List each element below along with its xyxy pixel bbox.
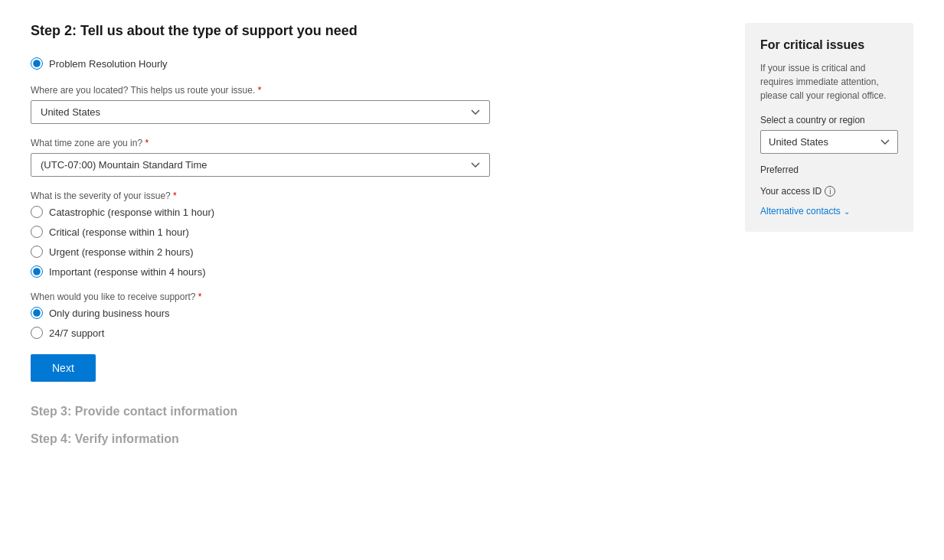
severity-important-radio[interactable] xyxy=(31,265,43,278)
severity-critical-radio[interactable] xyxy=(31,226,43,238)
sidebar-country-label: Select a country or region xyxy=(760,115,898,125)
severity-required-mark: * xyxy=(173,190,177,201)
sidebar-country-dropdown[interactable]: United States Canada United Kingdom xyxy=(760,130,898,154)
severity-urgent-radio[interactable] xyxy=(31,246,43,258)
severity-label: What is the severity of your issue? * xyxy=(31,190,567,201)
location-label: Where are you located? This helps us rou… xyxy=(31,85,567,96)
next-button[interactable]: Next xyxy=(31,354,96,382)
alt-contacts-chevron-icon: ⌄ xyxy=(844,207,850,216)
severity-urgent-option[interactable]: Urgent (response within 2 hours) xyxy=(31,246,567,258)
support-hours-field-group: When would you like to receive support? … xyxy=(31,291,567,339)
severity-catastrophic-radio[interactable] xyxy=(31,206,43,218)
step-4-label: Step 4: Verify information xyxy=(31,432,567,446)
support-hours-required-mark: * xyxy=(198,291,202,302)
location-field-group: Where are you located? This helps us rou… xyxy=(31,85,567,124)
timezone-field-group: What time zone are you in? * (UTC-07:00)… xyxy=(31,138,567,177)
access-id-info-icon[interactable]: i xyxy=(825,186,835,197)
severity-field-group: What is the severity of your issue? * Ca… xyxy=(31,190,567,278)
severity-important-label[interactable]: Important (response within 4 hours) xyxy=(49,266,205,278)
support-type-label[interactable]: Problem Resolution Hourly xyxy=(49,58,168,70)
severity-catastrophic-option[interactable]: Catastrophic (response within 1 hour) xyxy=(31,206,567,218)
support-type-radio[interactable] xyxy=(31,57,43,70)
sidebar-preferred-label: Preferred xyxy=(760,164,898,175)
severity-critical-label[interactable]: Critical (response within 1 hour) xyxy=(49,226,189,238)
location-required-mark: * xyxy=(258,85,262,96)
support-business-radio[interactable] xyxy=(31,307,43,319)
support-247-radio[interactable] xyxy=(31,327,43,339)
support-business-label[interactable]: Only during business hours xyxy=(49,308,170,319)
support-247-option[interactable]: 24/7 support xyxy=(31,327,567,339)
severity-critical-option[interactable]: Critical (response within 1 hour) xyxy=(31,226,567,238)
timezone-label: What time zone are you in? * xyxy=(31,138,567,148)
support-247-label[interactable]: 24/7 support xyxy=(49,327,104,339)
page-title: Step 2: Tell us about the type of suppor… xyxy=(31,23,567,39)
timezone-required-mark: * xyxy=(145,138,149,148)
sidebar-description: If your issue is critical and requires i… xyxy=(760,61,898,103)
sidebar-panel: For critical issues If your issue is cri… xyxy=(745,23,913,232)
step-3-label: Step 3: Provide contact information xyxy=(31,405,567,418)
severity-catastrophic-label[interactable]: Catastrophic (response within 1 hour) xyxy=(49,207,214,218)
support-type-group: Problem Resolution Hourly xyxy=(31,57,567,70)
location-dropdown[interactable]: United States Canada United Kingdom Aust… xyxy=(31,100,490,124)
timezone-dropdown[interactable]: (UTC-07:00) Mountain Standard Time (UTC-… xyxy=(31,153,490,177)
severity-important-option[interactable]: Important (response within 4 hours) xyxy=(31,265,567,278)
sidebar-title: For critical issues xyxy=(760,38,898,52)
support-hours-label: When would you like to receive support? … xyxy=(31,291,567,302)
alt-contacts-link[interactable]: Alternative contacts ⌄ xyxy=(760,206,898,217)
severity-urgent-label[interactable]: Urgent (response within 2 hours) xyxy=(49,246,194,258)
support-business-option[interactable]: Only during business hours xyxy=(31,307,567,319)
sidebar-access-id: Your access ID i xyxy=(760,186,898,197)
support-type-option[interactable]: Problem Resolution Hourly xyxy=(31,57,567,70)
